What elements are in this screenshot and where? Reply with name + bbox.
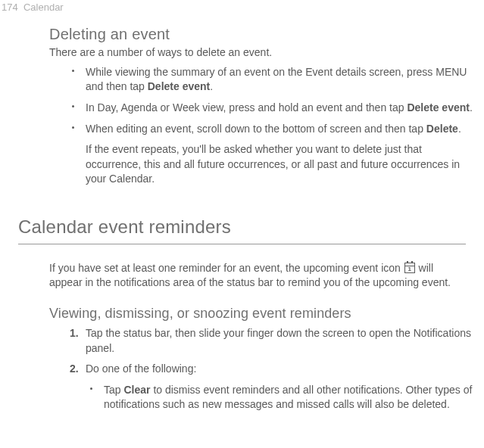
page-number: 174: [2, 2, 18, 13]
text-bold: Delete: [426, 123, 458, 135]
text-frag: If you have set at least one reminder fo…: [49, 262, 404, 274]
num-text: Tap the status bar, then slide your fing…: [86, 327, 471, 354]
list-number: 1.: [70, 326, 79, 341]
calendar-reminder-icon: [404, 263, 415, 273]
viewing-sub-heading: Viewing, dismissing, or snoozing event r…: [49, 304, 475, 323]
bullet-text: Tap Clear to dismiss event reminders and…: [104, 384, 472, 411]
nested-bullet-list: Tap Clear to dismiss event reminders and…: [86, 383, 475, 412]
bullet-dot-icon: [90, 387, 92, 390]
text-frag: When editing an event, scroll down to th…: [86, 123, 426, 135]
numbered-item: 1. Tap the status bar, then slide your f…: [67, 326, 475, 356]
deleting-bullet-list: While viewing the summary of an event on…: [67, 65, 475, 136]
numbered-item: 2. Do one of the following:: [67, 362, 475, 377]
numbered-list: 1. Tap the status bar, then slide your f…: [67, 326, 475, 377]
bullet-text: While viewing the summary of an event on…: [86, 66, 467, 93]
text-bold: Clear: [123, 384, 150, 396]
header-section: Calendar: [23, 2, 64, 13]
text-frag: to dismiss event reminders and all other…: [104, 384, 472, 411]
num-text: Do one of the following:: [86, 362, 196, 375]
reminders-title: Calendar event reminders: [18, 214, 475, 240]
text-frag: Tap: [104, 384, 123, 396]
text-frag: .: [470, 101, 473, 114]
deleting-intro: There are a number of ways to delete an …: [49, 45, 475, 61]
page-header: 174 Calendar: [0, 0, 484, 14]
deleting-event-title: Deleting an event: [49, 23, 475, 45]
text-frag: .: [458, 123, 461, 135]
bullet-item: When editing an event, scroll down to th…: [67, 122, 475, 137]
divider: [18, 244, 466, 244]
bullet-item: In Day, Agenda or Week view, press and h…: [67, 101, 475, 116]
list-number: 2.: [70, 362, 79, 377]
bullet-dot-icon: [72, 105, 74, 107]
bullet-dot-icon: [72, 70, 74, 72]
text-frag: .: [210, 80, 213, 92]
page-content: Deleting an event There are a number of …: [0, 23, 484, 412]
bullet-dot-icon: [72, 126, 74, 129]
repeat-note: If the event repeats, you'll be asked wh…: [86, 142, 475, 187]
bullet-text: When editing an event, scroll down to th…: [86, 123, 461, 135]
text-bold: Delete event: [407, 101, 469, 114]
bullet-text: In Day, Agenda or Week view, press and h…: [86, 101, 473, 114]
text-frag: In Day, Agenda or Week view, press and h…: [86, 101, 407, 114]
bullet-item: Tap Clear to dismiss event reminders and…: [86, 383, 475, 412]
reminders-body: If you have set at least one reminder fo…: [49, 261, 464, 291]
text-frag: While viewing the summary of an event on…: [86, 66, 467, 93]
bullet-item: While viewing the summary of an event on…: [67, 65, 475, 95]
text-bold: Delete event: [148, 80, 210, 92]
